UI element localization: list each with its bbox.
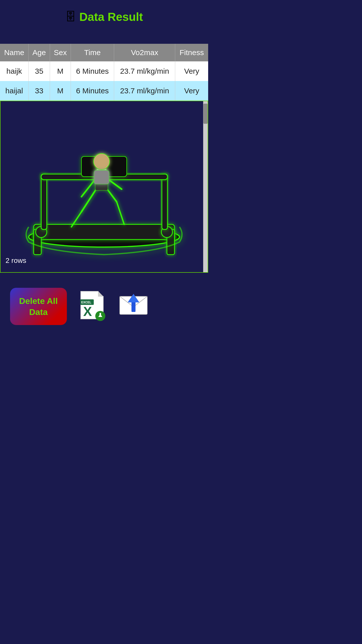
cell-5: Very (175, 61, 208, 81)
bottom-toolbar: Delete AllData EXCEL X (0, 273, 208, 340)
svg-rect-1 (34, 224, 174, 239)
cell-0: haijk (0, 61, 28, 81)
svg-text:EXCEL: EXCEL (81, 301, 91, 304)
excel-icon: EXCEL X (78, 289, 106, 321)
scrollbar-thumb[interactable] (203, 104, 208, 124)
cell-3: 6 Minutes (71, 61, 114, 81)
svg-text:X: X (83, 304, 92, 319)
cell-1: 33 (28, 81, 50, 101)
data-table: Name Age Sex Time Vo2max Fitness haijk35… (0, 44, 208, 101)
data-table-container: Name Age Sex Time Vo2max Fitness haijk35… (0, 44, 208, 101)
cell-1: 35 (28, 61, 50, 81)
page-header: 🗄 Data Result (0, 0, 208, 29)
col-time: Time (71, 44, 114, 61)
rows-count-label: 2 rows (6, 257, 26, 265)
svg-line-17 (117, 202, 124, 224)
treadmill-image (1, 101, 208, 272)
scrollbar[interactable] (203, 101, 208, 272)
cell-2: M (50, 81, 71, 101)
email-upload-button[interactable] (117, 289, 152, 324)
page-wrapper: 🗄 Data Result Name Age Sex Time Vo2max F… (0, 0, 208, 451)
svg-rect-33 (131, 301, 135, 312)
treadmill-svg (9, 106, 200, 267)
delete-btn-text: Delete AllData (19, 295, 58, 317)
svg-line-13 (108, 179, 122, 189)
table-row: haijal33M6 Minutes23.7 ml/kg/minVery (0, 81, 208, 101)
cell-5: Very (175, 81, 208, 101)
svg-point-11 (94, 153, 110, 170)
cell-3: 6 Minutes (71, 81, 114, 101)
col-sex: Sex (50, 44, 71, 61)
email-upload-icon (117, 289, 152, 321)
col-vo2max: Vo2max (114, 44, 175, 61)
svg-rect-27 (100, 313, 101, 316)
page-title: Data Result (79, 10, 143, 24)
cell-4: 23.7 ml/kg/min (114, 81, 175, 101)
col-age: Age (28, 44, 50, 61)
excel-export-button[interactable]: EXCEL X (77, 289, 107, 324)
col-fitness: Fitness (175, 44, 208, 61)
table-row: haijk35M6 Minutes23.7 ml/kg/minVery (0, 61, 208, 81)
delete-all-button[interactable]: Delete AllData (10, 288, 67, 325)
cell-2: M (50, 61, 71, 81)
svg-marker-21 (98, 291, 103, 296)
cell-0: haijal (0, 81, 28, 101)
svg-line-14 (81, 187, 98, 212)
cell-4: 23.7 ml/kg/min (114, 61, 175, 81)
table-header-row: Name Age Sex Time Vo2max Fitness (0, 44, 208, 61)
treadmill-area: 2 rows (0, 101, 208, 273)
svg-rect-19 (94, 170, 109, 184)
svg-rect-7 (162, 174, 167, 229)
col-name: Name (0, 44, 28, 61)
svg-rect-6 (41, 174, 47, 229)
database-icon: 🗄 (65, 11, 76, 23)
